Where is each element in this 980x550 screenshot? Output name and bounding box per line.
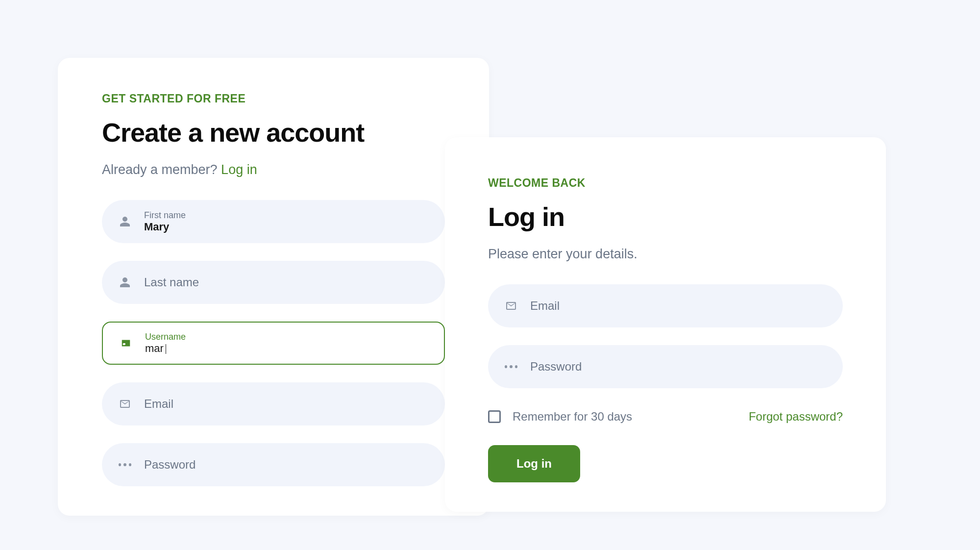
- password-field[interactable]: Password: [102, 443, 445, 486]
- password-dots-icon: [119, 458, 131, 471]
- user-icon: [119, 276, 131, 289]
- signup-fields: First name Mary Last name Username mar: [102, 200, 445, 486]
- mail-icon: [505, 300, 517, 312]
- login-email-field[interactable]: Email: [488, 284, 843, 327]
- username-content: Username mar: [145, 332, 427, 355]
- id-card-icon: [120, 337, 132, 350]
- password-placeholder: Password: [144, 458, 428, 472]
- mail-icon: [119, 398, 131, 410]
- login-link[interactable]: Log in: [221, 162, 257, 177]
- login-title: Log in: [488, 201, 843, 232]
- checkbox-icon: [488, 410, 501, 423]
- login-fields: Email Password: [488, 284, 843, 388]
- signup-card: GET STARTED FOR FREE Create a new accoun…: [58, 58, 489, 516]
- forgot-password-link[interactable]: Forgot password?: [749, 410, 843, 424]
- lastname-content: Last name: [144, 275, 428, 289]
- remember-checkbox-wrap[interactable]: Remember for 30 days: [488, 410, 632, 424]
- lastname-field[interactable]: Last name: [102, 261, 445, 304]
- signup-subtext: Already a member? Log in: [102, 162, 445, 177]
- login-actions-row: Remember for 30 days Forgot password?: [488, 410, 843, 424]
- user-icon: [119, 215, 131, 228]
- email-field[interactable]: Email: [102, 382, 445, 425]
- firstname-label: First name: [144, 210, 428, 221]
- login-subtitle: Please enter your details.: [488, 247, 843, 262]
- signup-title: Create a new account: [102, 117, 445, 148]
- username-label: Username: [145, 332, 427, 342]
- password-dots-icon: [505, 360, 517, 373]
- firstname-content: First name Mary: [144, 210, 428, 233]
- password-content: Password: [144, 458, 428, 472]
- lastname-placeholder: Last name: [144, 275, 428, 289]
- login-eyebrow: WELCOME BACK: [488, 176, 843, 190]
- email-content: Email: [144, 397, 428, 411]
- member-text: Already a member?: [102, 162, 221, 177]
- login-password-placeholder: Password: [530, 360, 826, 374]
- login-password-field[interactable]: Password: [488, 345, 843, 388]
- username-value: mar: [145, 342, 427, 355]
- username-field[interactable]: Username mar: [102, 322, 445, 365]
- login-password-content: Password: [530, 360, 826, 374]
- firstname-value: Mary: [144, 221, 428, 233]
- login-email-content: Email: [530, 299, 826, 313]
- remember-label: Remember for 30 days: [513, 410, 632, 424]
- login-email-placeholder: Email: [530, 299, 826, 313]
- email-placeholder: Email: [144, 397, 428, 411]
- login-card: WELCOME BACK Log in Please enter your de…: [445, 137, 886, 512]
- firstname-field[interactable]: First name Mary: [102, 200, 445, 243]
- login-submit-button[interactable]: Log in: [488, 445, 580, 482]
- signup-eyebrow: GET STARTED FOR FREE: [102, 92, 445, 105]
